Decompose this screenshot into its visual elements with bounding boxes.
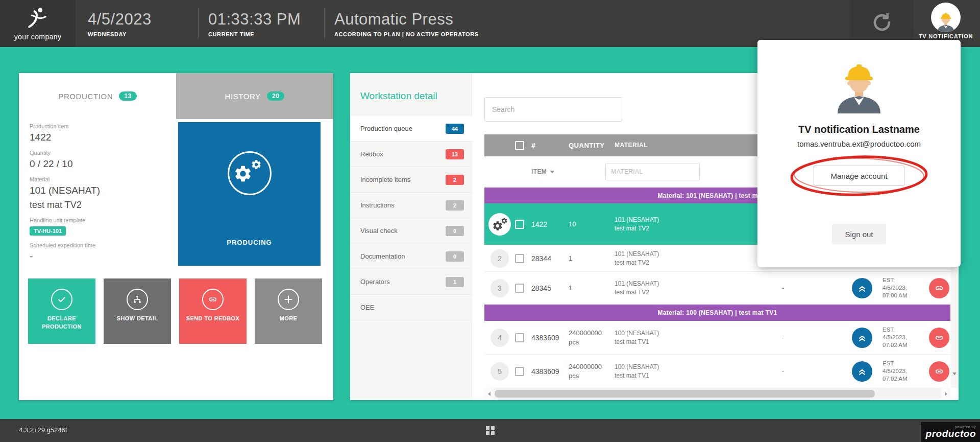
producing-status-label: PRODUCING bbox=[178, 239, 321, 246]
tab-history-count: 20 bbox=[267, 91, 285, 101]
sidebar-item-incomplete-items[interactable]: Incomplete items 2 bbox=[350, 167, 472, 193]
row-material-code: 101 (NESAHAT) bbox=[615, 216, 724, 224]
horizontal-scrollbar[interactable] bbox=[484, 388, 950, 400]
move-to-top-button[interactable] bbox=[852, 278, 872, 298]
queue-row[interactable]: 4 4383609 240000000 pcs 100 (NESAHAT) te… bbox=[484, 321, 950, 355]
move-to-top-button[interactable] bbox=[852, 328, 872, 348]
sidebar-item-documentation[interactable]: Documentation 0 bbox=[350, 244, 472, 269]
production-queue-badge: 44 bbox=[446, 124, 464, 134]
material-filter-input[interactable] bbox=[605, 163, 700, 180]
queue-row[interactable]: 5 4383609 240000000 pcs 100 (NESAHAT) te… bbox=[484, 355, 950, 388]
double-chevron-up-icon bbox=[857, 333, 867, 343]
sidebar-item-label: Instructions bbox=[360, 201, 394, 209]
link-icon bbox=[202, 289, 224, 310]
row-checkbox[interactable] bbox=[515, 367, 524, 376]
link-icon bbox=[934, 283, 944, 293]
redbox-badge: 13 bbox=[446, 149, 464, 159]
scroll-down-button[interactable] bbox=[952, 375, 957, 384]
move-to-top-button[interactable] bbox=[852, 361, 872, 382]
column-material: MATERIAL bbox=[615, 141, 724, 150]
quantity-value: 0 / 22 / 10 bbox=[30, 158, 173, 170]
refresh-icon bbox=[870, 11, 894, 36]
company-logo-icon bbox=[23, 6, 52, 32]
sidebar-item-label: OEE bbox=[360, 304, 374, 311]
more-button[interactable]: MORE bbox=[255, 278, 322, 344]
row-material-name: test mat TV2 bbox=[615, 259, 724, 267]
sidebar-item-production-queue[interactable]: Production queue 44 bbox=[350, 116, 472, 142]
send-to-redbox-row-button[interactable] bbox=[929, 278, 949, 298]
instructions-badge: 2 bbox=[446, 200, 464, 211]
row-material: 100 (NESAHAT) test mat TV1 bbox=[615, 329, 724, 346]
row-quantity: 1 bbox=[569, 284, 615, 293]
sidebar-item-visual-check[interactable]: Visual check 0 bbox=[350, 218, 472, 244]
search-input[interactable] bbox=[484, 97, 622, 122]
time-block: 01:33:33 PM CURRENT TIME bbox=[208, 0, 301, 47]
horizontal-scroll-thumb[interactable] bbox=[495, 390, 875, 398]
tab-production-label: PRODUCTION bbox=[58, 92, 113, 101]
scroll-right-button[interactable] bbox=[941, 388, 950, 400]
row-material-code: 100 (NESAHAT) bbox=[615, 363, 724, 371]
row-checkbox[interactable] bbox=[515, 333, 524, 342]
show-detail-button[interactable]: SHOW DETAIL bbox=[104, 278, 171, 344]
tab-production[interactable]: PRODUCTION 13 bbox=[19, 73, 176, 119]
row-item-number: 1422 bbox=[531, 220, 569, 228]
row-item-number: 28344 bbox=[531, 254, 569, 263]
double-chevron-up-icon bbox=[857, 366, 867, 377]
double-chevron-up-icon bbox=[857, 283, 867, 293]
chevron-down-icon bbox=[550, 171, 554, 173]
material-group-label: Material: 100 (NESAHAT) | test mat TV1 bbox=[658, 309, 777, 316]
send-to-redbox-row-button[interactable] bbox=[929, 328, 949, 348]
production-item-value: 1422 bbox=[30, 132, 173, 143]
row-checkbox[interactable] bbox=[515, 284, 524, 293]
sidebar-item-redbox[interactable]: Redbox 13 bbox=[350, 142, 472, 167]
quantity-label: Quantity bbox=[30, 150, 173, 156]
queue-row[interactable]: 3 28345 1 101 (NESAHAT) test mat TV2 - bbox=[484, 272, 950, 305]
row-item-number: 4383609 bbox=[531, 367, 569, 376]
producing-status-tile: PRODUCING bbox=[178, 122, 321, 266]
row-checkbox[interactable] bbox=[515, 220, 524, 229]
select-all-checkbox[interactable] bbox=[515, 141, 524, 150]
workstation-detail-menu: Production queue 44 Redbox 13 Incomplete… bbox=[350, 116, 472, 320]
sidebar-item-oee[interactable]: OEE bbox=[350, 295, 472, 320]
worker-avatar-icon bbox=[934, 11, 958, 32]
row-material-name: test mat TV1 bbox=[615, 371, 724, 380]
incomplete-items-badge: 2 bbox=[446, 175, 464, 185]
sidebar-item-operators[interactable]: Operators 1 bbox=[350, 269, 472, 295]
productoo-logo: powered by productoo bbox=[921, 422, 980, 442]
row-material: 101 (NESAHAT) test mat TV2 bbox=[615, 280, 724, 297]
row-quantity: 240000000 pcs bbox=[569, 329, 615, 346]
link-icon bbox=[934, 366, 944, 377]
productoo-brand: productoo bbox=[926, 429, 976, 438]
item-filter-dropdown[interactable]: ITEM bbox=[531, 168, 554, 175]
send-to-redbox-row-button[interactable] bbox=[929, 361, 949, 382]
workstation-detail-sidebar: Workstation detail Production queue 44 R… bbox=[350, 73, 472, 400]
row-material-code: 101 (NESAHAT) bbox=[615, 280, 724, 288]
send-to-redbox-button[interactable]: SEND TO REDBOX bbox=[179, 278, 247, 344]
header-divider bbox=[198, 8, 199, 39]
tab-history[interactable]: HISTORY 20 bbox=[176, 73, 333, 119]
expedition-time-label: Scheduled expedition time bbox=[30, 242, 173, 248]
manage-account-button[interactable]: Manage account bbox=[814, 166, 904, 186]
row-checkbox[interactable] bbox=[515, 254, 524, 263]
user-avatar-button[interactable] bbox=[931, 3, 961, 32]
row-order-badge: 4 bbox=[491, 329, 509, 347]
operators-badge: 1 bbox=[446, 277, 464, 287]
declare-production-button[interactable]: DECLARE PRODUCTION bbox=[28, 278, 95, 344]
more-label: MORE bbox=[261, 315, 315, 323]
account-email: tomas.ventruba.ext@productoo.com bbox=[797, 139, 921, 148]
date-block: 4/5/2023 WEDNESDAY bbox=[88, 0, 152, 47]
row-material: 101 (NESAHAT) test mat TV2 bbox=[615, 216, 724, 233]
horizontal-scroll-track[interactable] bbox=[494, 388, 941, 400]
sidebar-item-instructions[interactable]: Instructions 2 bbox=[350, 193, 472, 218]
scroll-left-button[interactable] bbox=[484, 388, 494, 400]
sign-out-button[interactable]: Sign out bbox=[832, 224, 886, 244]
hierarchy-icon bbox=[127, 289, 148, 310]
sidebar-item-label: Operators bbox=[360, 278, 390, 286]
row-material-name: test mat TV1 bbox=[615, 338, 724, 346]
workstation-block: Automatic Press ACCORDING TO PLAN | NO A… bbox=[334, 0, 479, 47]
current-date-label: WEDNESDAY bbox=[88, 31, 152, 37]
app-root: your company 4/5/2023 WEDNESDAY 01:33:33… bbox=[0, 0, 980, 442]
sidebar-item-label: Redbox bbox=[360, 150, 383, 158]
apps-grid-icon[interactable] bbox=[486, 426, 495, 437]
plus-icon bbox=[278, 289, 299, 310]
